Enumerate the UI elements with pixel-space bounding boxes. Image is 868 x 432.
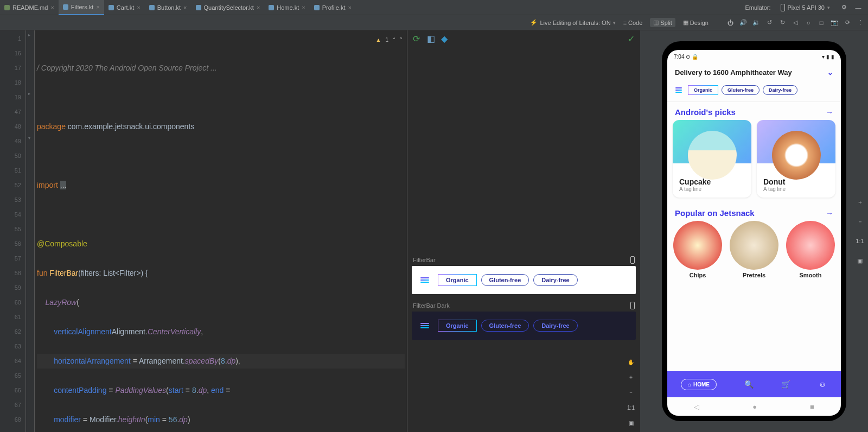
tab-readme[interactable]: README.md× [0,0,59,15]
arrow-right-icon[interactable]: → [826,209,833,218]
home-icon[interactable]: ○ [804,18,813,27]
filter-chip[interactable]: Dairy-free [763,85,797,95]
emulator-pane: 7:04 ⊙ 🔒 ▾▮▮ Delivery to 1600 Amphitheat… [640,30,868,432]
gear-icon[interactable]: ⚙ [840,3,848,12]
app-filter-bar: Organic Gluten-free Dairy-free [667,82,841,102]
code-editor[interactable]: ▲1˄˅ / Copyright 2020 The Android Open S… [35,30,407,432]
nav-home[interactable]: ⌂HOME [681,379,717,390]
overview-icon[interactable]: □ [817,18,826,27]
filter-chip[interactable]: Organic [438,320,477,332]
fold-marker[interactable]: ▸ [28,91,30,96]
filter-chip[interactable]: Dairy-free [533,274,577,286]
device-selector[interactable]: Pixel 5 API 30▾ [776,3,835,12]
system-ui-icon[interactable]: ◧ [427,34,436,42]
system-nav: ◁ ● ■ [667,397,841,416]
screenshot-icon[interactable]: 📷 [830,18,839,27]
zoom-1-1-button[interactable]: 1:1 [625,402,637,414]
close-icon[interactable]: × [183,4,187,11]
filter-chip[interactable]: Organic [438,274,477,286]
more-icon[interactable]: ⋮ [856,18,865,27]
close-icon[interactable]: × [50,4,54,11]
close-icon[interactable]: × [302,4,305,11]
fold-column[interactable]: ▸ ▸ ▾ [26,30,35,432]
preview-light: Organic Gluten-free Dairy-free [412,266,636,294]
rotate-left-icon[interactable]: ↺ [765,18,774,27]
bolt-icon: ⚡ [530,19,538,26]
chevron-up-icon[interactable]: ˄ [393,33,395,47]
battery-icon: ▮ [831,54,834,60]
inspection-badge[interactable]: ▲1˄˅ [376,33,403,47]
snack-item[interactable]: Smooth [786,221,835,278]
emulator-zoom-controls: ＋ － 1:1 ▣ [854,196,866,266]
home-icon[interactable]: ● [752,403,757,411]
snack-card[interactable]: CupcakeA tag line [673,120,751,198]
rotate-right-icon[interactable]: ↻ [778,18,787,27]
file-icon [196,5,201,10]
view-mode-code[interactable]: ≡Code [620,18,646,27]
volume-down-icon[interactable]: 🔉 [752,18,761,27]
tab-filters[interactable]: Filters.kt× [59,0,104,15]
editor-tabs-bar: README.md× Filters.kt× Cart.kt× Button.k… [0,0,868,15]
close-icon[interactable]: × [96,4,99,10]
filter-icon[interactable] [673,84,685,96]
fold-marker[interactable]: ▾ [28,136,30,141]
bottom-nav: ⌂HOME 🔍 🛒 ☺ [667,371,841,397]
power-icon[interactable]: ⏻ [726,18,735,27]
back-icon[interactable]: ◁ [694,403,699,411]
chevron-down-icon: ▾ [827,5,830,10]
close-icon[interactable]: × [257,4,260,11]
snack-item[interactable]: Chips [673,221,723,278]
phone-icon[interactable] [630,256,635,264]
zoom-in-icon[interactable]: ＋ [854,196,866,208]
preview-zoom-controls: ✋ ＋ － 1:1 ▣ [625,356,637,429]
tab-quantity[interactable]: QuantitySelector.kt× [192,0,265,15]
zoom-fit-icon[interactable]: ▣ [625,417,637,429]
chevron-down-icon[interactable]: ˅ [400,33,403,47]
cart-icon[interactable]: 🛒 [781,379,790,389]
tab-home[interactable]: Home.kt× [264,0,309,15]
minimize-icon[interactable]: — [854,3,863,12]
view-mode-design[interactable]: ▦Design [680,18,712,27]
filter-chip[interactable]: Gluten-free [481,274,529,286]
filter-chip[interactable]: Gluten-free [722,85,760,95]
profile-icon[interactable]: ☺ [818,379,827,389]
volume-up-icon[interactable]: 🔊 [739,18,748,27]
fold-marker[interactable]: ▸ [28,33,30,37]
view-mode-split[interactable]: ◫Split [650,18,675,27]
search-icon[interactable]: 🔍 [744,379,754,389]
overview-icon[interactable]: ■ [810,403,814,411]
phone-screen[interactable]: 7:04 ⊙ 🔒 ▾▮▮ Delivery to 1600 Amphitheat… [667,50,841,416]
close-icon[interactable]: × [137,4,140,11]
tab-profile[interactable]: Profile.kt× [310,0,356,15]
filter-icon[interactable] [416,271,433,289]
zoom-fit-icon[interactable]: ▣ [854,255,866,266]
filter-chip[interactable]: Gluten-free [481,320,529,332]
zoom-out-icon[interactable]: － [854,215,866,227]
filter-chip[interactable]: Organic [688,85,718,95]
filter-chip[interactable]: Dairy-free [533,320,577,332]
phone-icon[interactable] [630,302,635,309]
file-icon [269,5,274,10]
pan-icon[interactable]: ✋ [625,356,637,368]
arrow-right-icon[interactable]: → [826,108,833,117]
tab-cart[interactable]: Cart.kt× [104,0,145,15]
snack-item[interactable]: Pretzels [729,221,779,278]
live-edit-toggle[interactable]: ⚡Live Editing of Literals: ON▾ [530,19,615,26]
delivery-header[interactable]: Delivery to 1600 Amphitheater Way⌄ [667,63,841,82]
notification-icon: ⊙ [686,54,690,60]
close-icon[interactable]: × [348,4,352,11]
zoom-out-icon[interactable]: － [625,386,637,398]
refresh-icon[interactable]: ⟳ [413,34,422,42]
phone-icon [781,4,785,11]
snack-card[interactable]: DonutA tag line [757,120,835,198]
zoom-1-1-button[interactable]: 1:1 [854,235,866,247]
reload-icon[interactable]: ⟳ [843,18,852,27]
zoom-in-icon[interactable]: ＋ [625,371,637,383]
line-gutter: 1161718194748495051525354555657585960616… [0,30,26,432]
interactive-icon[interactable]: ◆ [441,34,450,42]
emulator-label: Emulator: [745,4,770,11]
back-icon[interactable]: ◁ [791,18,800,27]
filter-icon[interactable] [416,317,433,334]
tab-button[interactable]: Button.kt× [145,0,192,15]
snack-image [730,221,778,270]
